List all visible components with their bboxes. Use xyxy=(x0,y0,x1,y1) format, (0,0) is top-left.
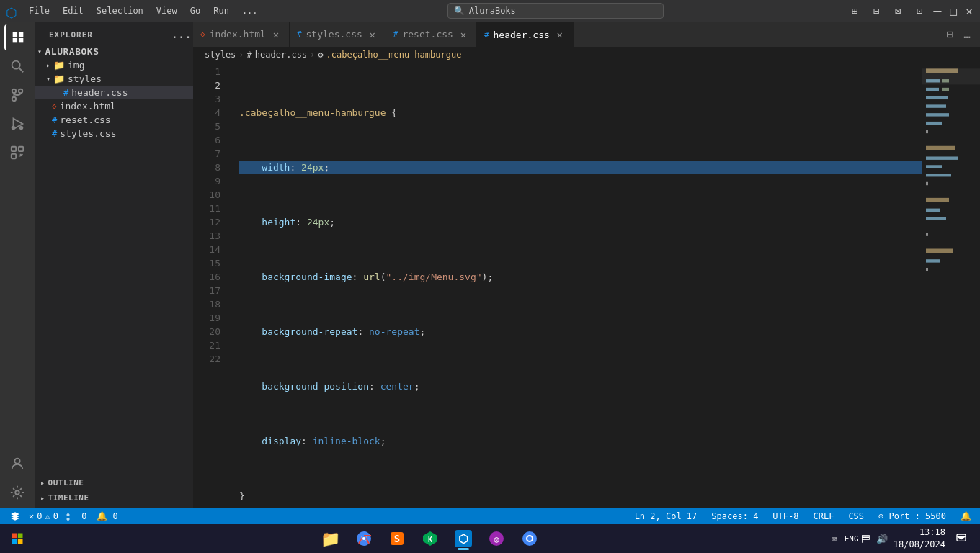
line-number: 14 xyxy=(193,243,220,256)
outline-header[interactable]: ▸ OUTLINE xyxy=(35,475,193,490)
explorer-icon[interactable] xyxy=(4,24,30,50)
split-editor-button[interactable]: ⊟ xyxy=(943,27,957,41)
project-root-folder[interactable]: ▾ ALURABOKS xyxy=(35,45,193,58)
sidebar-item-styles-css[interactable]: # styles.css xyxy=(35,127,193,140)
code-line-2: width: 24px; xyxy=(239,161,922,174)
svg-point-60 xyxy=(527,536,532,541)
source-control-icon[interactable] xyxy=(4,82,30,108)
breadcrumb-styles[interactable]: styles xyxy=(205,50,236,60)
svg-rect-37 xyxy=(926,259,940,262)
tab-close-button[interactable]: ✕ xyxy=(270,29,282,40)
minimize-button[interactable]: ─ xyxy=(932,6,943,16)
extensions-icon[interactable] xyxy=(4,140,30,166)
chrome2-app[interactable] xyxy=(514,526,545,552)
tab-header-css[interactable]: # header.css ✕ xyxy=(477,22,574,47)
layout-icon4[interactable]: ⊡ xyxy=(912,5,927,17)
sidebar-item-styles[interactable]: ▾ 📁 styles xyxy=(35,72,193,86)
timeline-label: TIMELINE xyxy=(48,493,89,503)
notification-center-button[interactable] xyxy=(951,529,971,549)
css-file-icon: # xyxy=(63,88,68,98)
chrome-app[interactable] xyxy=(348,526,380,552)
sublime-icon: S xyxy=(388,530,406,547)
feedback-button[interactable]: 🔔 xyxy=(958,511,974,521)
menu-more[interactable]: ... xyxy=(236,4,264,17)
app6[interactable]: ◎ xyxy=(481,526,512,552)
tab-reset-css[interactable]: # reset.css ✕ xyxy=(386,22,477,47)
token-value-kw: inline-block xyxy=(313,434,380,448)
sidebar-item-header-css[interactable]: # header.css xyxy=(35,86,193,99)
menu-go[interactable]: Go xyxy=(184,4,206,17)
sublime-app[interactable]: S xyxy=(381,526,413,552)
menu-run[interactable]: Run xyxy=(208,4,235,17)
encoding-indicator[interactable]: UTF-8 xyxy=(770,511,801,521)
tab-close-button[interactable]: ✕ xyxy=(458,29,469,40)
token-colon: : xyxy=(357,325,369,338)
sidebar-more-button[interactable]: ... xyxy=(172,29,184,40)
vscode-app[interactable]: ⬡ xyxy=(447,526,479,552)
file-explorer-app[interactable]: 📁 xyxy=(315,526,347,552)
sidebar-item-reset-css[interactable]: # reset.css xyxy=(35,113,193,127)
svg-point-8 xyxy=(12,97,17,102)
notification-bell[interactable]: 🔔 0 xyxy=(94,511,120,521)
token-property: height xyxy=(262,215,295,229)
line-ending-indicator[interactable]: CRLF xyxy=(810,511,837,521)
network-icon[interactable]: ⛿ xyxy=(860,534,872,544)
layout-icon2[interactable]: ⊟ xyxy=(869,5,883,17)
port-indicator[interactable]: ⊙ Port : 5500 xyxy=(876,511,949,521)
maximize-button[interactable]: □ xyxy=(948,6,958,16)
menu-selection[interactable]: Selection xyxy=(91,4,149,17)
token-punct: ; xyxy=(419,325,425,338)
breadcrumb-file[interactable]: header.css xyxy=(255,50,307,60)
keyboard-icon[interactable]: ⌨ xyxy=(829,534,840,544)
taskbar-clock[interactable]: 13:18 18/08/2024 xyxy=(894,526,945,551)
breadcrumb-symbol[interactable]: .cabeçalho__menu-hamburgue xyxy=(326,50,462,60)
settings-icon[interactable] xyxy=(4,480,30,505)
sidebar-item-index-html[interactable]: ◇ index.html xyxy=(35,99,193,113)
menu-view[interactable]: View xyxy=(151,4,183,17)
layout-icon1[interactable]: ⊞ xyxy=(847,5,862,17)
sidebar-item-img[interactable]: ▸ 📁 img xyxy=(35,58,193,72)
run-debug-icon[interactable] xyxy=(4,111,30,137)
token-value-kw: no-repeat xyxy=(369,325,419,338)
svg-rect-2 xyxy=(13,38,17,42)
code-line-7: display: inline-block; xyxy=(239,434,922,448)
tab-close-button[interactable]: ✕ xyxy=(554,29,566,40)
timeline-header[interactable]: ▸ TIMELINE xyxy=(35,490,193,505)
kaspersky-app[interactable]: K xyxy=(414,526,446,552)
title-bar-left: ⬡ File Edit Selection View Go Run ... xyxy=(6,4,264,17)
token-brace: { xyxy=(386,106,398,120)
menu-edit[interactable]: Edit xyxy=(57,4,89,17)
remote-icon[interactable] xyxy=(6,511,24,522)
search-icon[interactable] xyxy=(4,53,30,79)
tab-close-button[interactable]: ✕ xyxy=(367,29,378,40)
token-punct: ( xyxy=(380,270,386,284)
code-content[interactable]: .cabeçalho__menu-hamburgue { width: 24px… xyxy=(228,63,922,508)
spaces-indicator[interactable]: Spaces: 4 xyxy=(708,511,761,521)
layout-icon3[interactable]: ⊠ xyxy=(891,5,905,17)
line-number: 22 xyxy=(193,352,220,366)
svg-rect-14 xyxy=(12,154,16,158)
search-bar[interactable]: 🔍 AluraBoks xyxy=(447,3,664,19)
token-punct: ; xyxy=(380,434,386,448)
title-bar-right: ⊞ ⊟ ⊠ ⊡ ─ □ ✕ xyxy=(847,5,974,17)
tab-index-html[interactable]: ◇ index.html ✕ xyxy=(193,22,290,47)
language-icon[interactable]: ENG xyxy=(845,534,856,544)
warning-count: 0 xyxy=(53,511,58,521)
language-indicator[interactable]: CSS xyxy=(845,511,867,521)
sidebar-actions: ... xyxy=(172,29,184,40)
css-icon: # xyxy=(393,30,398,39)
code-line-8: } xyxy=(239,489,922,503)
branch-status[interactable]: 0 xyxy=(63,511,89,521)
menu-file[interactable]: File xyxy=(23,4,55,17)
more-actions-button[interactable]: … xyxy=(960,27,974,41)
status-errors[interactable]: ✕ 0 ⚠ 0 xyxy=(29,511,58,521)
title-bar: ⬡ File Edit Selection View Go Run ... 🔍 … xyxy=(0,0,980,22)
close-button[interactable]: ✕ xyxy=(964,6,974,16)
volume-icon[interactable]: 🔊 xyxy=(876,534,888,544)
line-numbers: 1 2 3 4 5 6 7 8 9 10 11 12 13 14 15 16 1… xyxy=(193,63,228,508)
cursor-position[interactable]: Ln 2, Col 17 xyxy=(632,511,700,521)
tab-styles-css[interactable]: # styles.css ✕ xyxy=(290,22,386,47)
vscode-logo-icon: ⬡ xyxy=(6,5,17,17)
start-button[interactable] xyxy=(3,526,32,552)
account-icon[interactable] xyxy=(4,451,30,477)
